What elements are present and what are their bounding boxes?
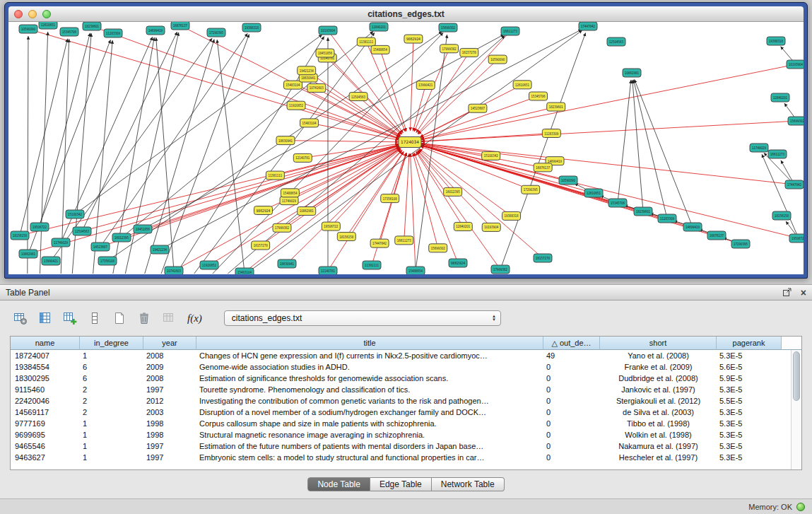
graph-node[interactable]: 12610651 bbox=[584, 189, 603, 197]
graph-edge[interactable] bbox=[125, 33, 179, 274]
tab-edge-table[interactable]: Edge Table bbox=[370, 477, 432, 491]
graph-node[interactable]: 18239601 bbox=[83, 22, 101, 30]
graph-node[interactable]: 15345706 bbox=[608, 199, 627, 207]
graph-edge[interactable] bbox=[40, 33, 90, 227]
graph-edge[interactable] bbox=[421, 64, 796, 140]
tab-node-table[interactable]: Node Table bbox=[307, 477, 370, 491]
graph-node[interactable]: 18239601 bbox=[634, 207, 652, 216]
graph-node[interactable]: 15699302 bbox=[788, 117, 804, 125]
graph-node[interactable]: 15100342 bbox=[482, 151, 500, 160]
graph-node[interactable]: 17447842 bbox=[785, 180, 804, 189]
column-header-short[interactable]: short bbox=[600, 337, 717, 350]
graph-node[interactable]: 15699302 bbox=[439, 23, 457, 32]
graph-node[interactable]: 10862981 bbox=[623, 69, 641, 77]
graph-node[interactable]: 16157278 bbox=[534, 254, 552, 262]
graph-node[interactable]: 13990421 bbox=[416, 81, 435, 89]
graph-node[interactable]: 14699419 bbox=[683, 223, 702, 231]
graph-node[interactable]: 9862924 bbox=[404, 35, 423, 43]
graph-node[interactable]: 15483104 bbox=[284, 81, 302, 89]
graph-node[interactable]: 12610651 bbox=[39, 22, 57, 29]
trash-icon[interactable] bbox=[136, 310, 152, 326]
graph-node[interactable]: 10590090 bbox=[19, 25, 37, 33]
graph-node[interactable]: 19506722 bbox=[322, 222, 340, 230]
table-source-combobox[interactable]: citations_edges.txt ▲▼ bbox=[224, 310, 501, 326]
graph-hub-node[interactable]: 1724034 bbox=[399, 137, 421, 148]
new-file-icon[interactable] bbox=[112, 310, 127, 326]
column-header-in_degree[interactable]: in_degree bbox=[80, 337, 143, 350]
table-row[interactable]: 1872400712008Changes of HCN gene express… bbox=[11, 350, 801, 361]
graph-node[interactable]: 14523687 bbox=[469, 104, 487, 112]
table-row[interactable]: 1456911722003Disruption of a novel membe… bbox=[11, 407, 801, 418]
table-row[interactable]: 1830029562008Estimation of significance … bbox=[11, 373, 801, 384]
graph-node[interactable]: 12840201 bbox=[771, 93, 789, 102]
column-header-year[interactable]: year bbox=[143, 337, 196, 350]
graph-edge[interactable] bbox=[762, 154, 799, 238]
graph-edge[interactable] bbox=[500, 33, 586, 269]
graph-node[interactable]: 14523687 bbox=[91, 243, 110, 251]
graph-node[interactable]: 17356108 bbox=[98, 257, 117, 265]
graph-node[interactable]: 11381111 bbox=[357, 37, 375, 46]
scrollbar-thumb[interactable] bbox=[793, 351, 800, 401]
graph-node[interactable]: 19506722 bbox=[30, 223, 49, 231]
graph-node[interactable]: 16876137 bbox=[707, 231, 726, 240]
graph-edge[interactable] bbox=[413, 85, 425, 131]
graph-node[interactable]: 15488654 bbox=[371, 45, 389, 54]
graph-node[interactable]: 12610651 bbox=[513, 81, 531, 89]
graph-node[interactable]: 16157278 bbox=[460, 48, 478, 57]
graph-node[interactable]: 17290395 bbox=[207, 28, 225, 37]
graph-node[interactable]: 16012395 bbox=[444, 187, 462, 196]
graph-edge[interactable] bbox=[421, 144, 794, 185]
graph-edge[interactable] bbox=[20, 39, 68, 235]
graph-edge[interactable] bbox=[411, 153, 416, 271]
graph-node[interactable]: 18156158 bbox=[772, 211, 791, 220]
graph-node[interactable]: 15488654 bbox=[406, 267, 425, 274]
graph-node[interactable]: 19506722 bbox=[789, 234, 804, 243]
graph-node[interactable]: 18630941 bbox=[276, 136, 295, 145]
graph-node[interactable]: 15345706 bbox=[60, 28, 78, 36]
graph-node[interactable]: 11283309 bbox=[542, 129, 560, 138]
graph-node[interactable]: 16157278 bbox=[252, 241, 270, 250]
graph-node[interactable]: 16876137 bbox=[171, 22, 189, 30]
graph-node[interactable]: 10862981 bbox=[19, 250, 37, 258]
graph-edge[interactable] bbox=[156, 37, 174, 271]
network-canvas[interactable]: 1724034154831041863094112140781113811111… bbox=[8, 22, 804, 274]
graph-node[interactable]: 15483104 bbox=[300, 119, 319, 127]
import-table-icon[interactable] bbox=[161, 310, 177, 326]
graph-edge[interactable] bbox=[28, 29, 399, 139]
column-header-name[interactable]: name bbox=[11, 337, 80, 350]
close-panel-icon[interactable]: × bbox=[801, 288, 806, 298]
graph-edge[interactable] bbox=[100, 33, 247, 247]
graph-node[interactable]: 17290395 bbox=[522, 185, 540, 194]
select-columns-icon[interactable] bbox=[37, 310, 53, 326]
graph-node[interactable]: 11920852 bbox=[200, 261, 218, 269]
graph-node[interactable]: 12504563 bbox=[607, 37, 625, 46]
graph-node[interactable]: 12504563 bbox=[349, 93, 367, 101]
table-row[interactable]: 946554611997Estimation of the future num… bbox=[11, 440, 801, 452]
graph-node[interactable]: 19421234 bbox=[298, 66, 316, 75]
graph-node[interactable]: 15100342 bbox=[66, 210, 84, 218]
graph-node[interactable]: 13990421 bbox=[42, 257, 60, 265]
graph-node[interactable]: 16611273 bbox=[395, 236, 413, 245]
graph-node[interactable]: 16611273 bbox=[768, 150, 787, 158]
graph-node[interactable]: 19388318 bbox=[502, 211, 521, 220]
graph-edge[interactable] bbox=[618, 80, 631, 203]
graph-node[interactable]: 18630941 bbox=[278, 259, 296, 268]
graph-node[interactable]: 10741603 bbox=[307, 83, 326, 92]
table-row[interactable]: 977716911998Corpus callosum shape and si… bbox=[11, 418, 801, 429]
graph-edge[interactable] bbox=[93, 40, 113, 274]
graph-node[interactable]: 17999382 bbox=[491, 265, 510, 274]
graph-edge[interactable] bbox=[228, 36, 505, 274]
graph-node[interactable]: 15699302 bbox=[429, 244, 447, 252]
minimize-window-button[interactable] bbox=[28, 10, 37, 18]
graph-node[interactable]: 15488654 bbox=[281, 189, 299, 197]
graph-node[interactable]: 9862924 bbox=[254, 206, 272, 215]
tab-network-table[interactable]: Network Table bbox=[432, 477, 505, 491]
column-header-title[interactable]: title bbox=[196, 337, 543, 350]
graph-node[interactable]: 11749029 bbox=[750, 144, 768, 152]
column-header-pagerank[interactable]: pagerank bbox=[717, 337, 782, 350]
zoom-window-button[interactable] bbox=[42, 10, 51, 18]
graph-edge[interactable] bbox=[293, 85, 400, 137]
graph-node[interactable]: 18451856 bbox=[134, 225, 152, 233]
graph-node[interactable]: 10862981 bbox=[298, 206, 316, 215]
graph-node[interactable]: 11920852 bbox=[287, 101, 305, 110]
